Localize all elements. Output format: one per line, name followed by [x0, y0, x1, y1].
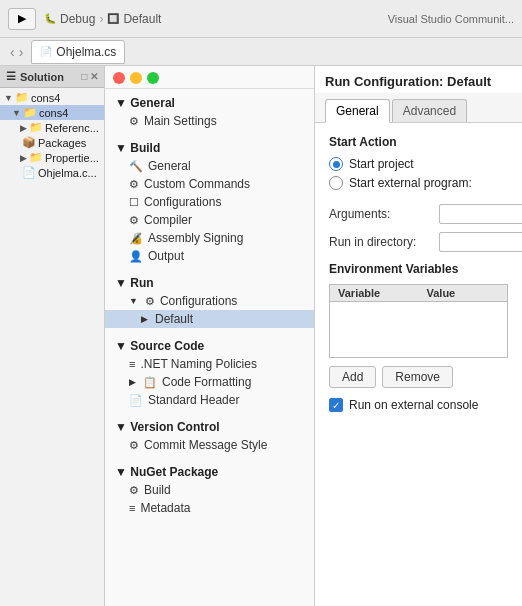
tree-item-packages[interactable]: 📦 Packages	[0, 135, 104, 150]
env-buttons: Add Remove	[329, 366, 508, 388]
field-row-arguments: Arguments:	[329, 204, 508, 224]
settings-item-metadata[interactable]: ≡ Metadata	[105, 499, 314, 517]
play-button[interactable]: ▶	[8, 8, 36, 30]
tab-general[interactable]: General	[325, 99, 390, 123]
gear-icon: ⚙	[145, 295, 155, 308]
solution-icon: ☰	[6, 70, 16, 83]
checkmark-icon: ✓	[332, 400, 340, 411]
section-nuget-header: ▼ NuGet Package	[105, 462, 314, 481]
folder-icon: 📁	[29, 151, 43, 164]
folder-icon: 📁	[29, 121, 43, 134]
remove-button[interactable]: Remove	[382, 366, 453, 388]
settings-item-custom-commands[interactable]: ⚙ Custom Commands	[105, 175, 314, 193]
settings-item-output[interactable]: 👤 Output	[105, 247, 314, 265]
radio-button-start-project[interactable]	[329, 157, 343, 171]
settings-item-compiler[interactable]: ⚙ Compiler	[105, 211, 314, 229]
sign-icon: 🔏	[129, 232, 143, 245]
settings-item-configurations[interactable]: ☐ Configurations	[105, 193, 314, 211]
expand-arrow: ▼	[129, 296, 138, 306]
tree-arrow: ▼	[4, 93, 13, 103]
folder-icon: 📁	[15, 91, 29, 104]
settings-label: Main Settings	[144, 114, 217, 128]
env-variables-section: Environment Variables Variable Value Add…	[329, 262, 508, 388]
config-tab-bar: General Advanced	[315, 93, 522, 123]
back-arrow[interactable]: ‹	[10, 44, 15, 60]
solution-header: ☰ Solution □ ✕	[0, 66, 104, 88]
tree-item-ohjelma[interactable]: 📄 Ohjelma.c...	[0, 165, 104, 180]
play-icon: ▶	[18, 12, 26, 25]
tree-label: Packages	[38, 137, 86, 149]
close-button[interactable]	[113, 72, 125, 84]
settings-panel: ▼ General ⚙ Main Settings ▼ Build 🔨 Gene…	[105, 66, 315, 606]
section-general: ▼ General ⚙ Main Settings	[105, 89, 314, 134]
settings-item-commit-message[interactable]: ⚙ Commit Message Style	[105, 436, 314, 454]
settings-label: Code Formatting	[162, 375, 251, 389]
tree-arrow: ▶	[20, 123, 27, 133]
solution-resize-icon[interactable]: □ ✕	[81, 71, 98, 82]
section-source-code-header: ▼ Source Code	[105, 336, 314, 355]
env-table-header: Variable Value	[330, 285, 507, 302]
vs-label: Visual Studio Communit...	[388, 13, 514, 25]
config-content: Start Action Start project Start externa…	[315, 123, 522, 606]
breadcrumb-arrow: ›	[99, 12, 103, 26]
radio-label-start-external: Start external program:	[349, 176, 472, 190]
arguments-input[interactable]	[439, 204, 522, 224]
debug-icon: 🐛	[44, 13, 56, 24]
start-action-label: Start Action	[329, 135, 508, 149]
arguments-label: Arguments:	[329, 207, 439, 221]
tab-ohjelma-cs[interactable]: 📄 Ohjelma.cs	[31, 40, 125, 64]
add-button[interactable]: Add	[329, 366, 376, 388]
tree-item-cons4[interactable]: ▼ 📁 cons4	[0, 105, 104, 120]
env-col-variable: Variable	[330, 285, 419, 301]
tree-item-references[interactable]: ▶ 📁 Referenc...	[0, 120, 104, 135]
env-variables-label: Environment Variables	[329, 262, 508, 276]
file-icon: 📄	[40, 46, 52, 57]
build-icon: ⚙	[129, 484, 139, 497]
checkbox-row-external-console[interactable]: ✓ Run on external console	[329, 398, 508, 412]
tab-label: Ohjelma.cs	[56, 45, 116, 59]
settings-item-standard-header[interactable]: 📄 Standard Header	[105, 391, 314, 409]
settings-item-assembly-signing[interactable]: 🔏 Assembly Signing	[105, 229, 314, 247]
settings-item-naming-policies[interactable]: ≡ .NET Naming Policies	[105, 355, 314, 373]
settings-label: Build	[144, 483, 171, 497]
tab-advanced[interactable]: Advanced	[392, 99, 467, 122]
output-icon: 👤	[129, 250, 143, 263]
tree-item-properties[interactable]: ▶ 📁 Propertie...	[0, 150, 104, 165]
tree-arrow: ▼	[12, 108, 21, 118]
settings-label: Configurations	[160, 294, 237, 308]
default-icon: 🔲	[107, 13, 119, 24]
minimize-button[interactable]	[130, 72, 142, 84]
hammer-icon: 🔨	[129, 160, 143, 173]
forward-arrow[interactable]: ›	[19, 44, 24, 60]
settings-label: Standard Header	[148, 393, 239, 407]
run-directory-input[interactable]	[439, 232, 522, 252]
settings-item-run-configurations[interactable]: ▼ ⚙ Configurations	[105, 292, 314, 310]
settings-item-default[interactable]: ▶ Default	[105, 310, 314, 328]
settings-item-build-general[interactable]: 🔨 General	[105, 157, 314, 175]
gear-icon: ⚙	[129, 214, 139, 227]
solution-panel: ☰ Solution □ ✕ ▼ 📁 cons4 ▼ 📁 cons4 ▶ 📁 R…	[0, 66, 105, 606]
settings-item-nuget-build[interactable]: ⚙ Build	[105, 481, 314, 499]
radio-start-external[interactable]: Start external program:	[329, 176, 508, 190]
file-icon: 📄	[22, 166, 36, 179]
tree-label: cons4	[39, 107, 68, 119]
maximize-button[interactable]	[147, 72, 159, 84]
gear-icon: ⚙	[129, 115, 139, 128]
tree-item-cons4-root[interactable]: ▼ 📁 cons4	[0, 90, 104, 105]
settings-label: Custom Commands	[144, 177, 250, 191]
run-directory-label: Run in directory:	[329, 235, 439, 249]
radio-start-project[interactable]: Start project	[329, 157, 508, 171]
section-nuget: ▼ NuGet Package ⚙ Build ≡ Metadata	[105, 458, 314, 521]
section-run: ▼ Run ▼ ⚙ Configurations ▶ Default	[105, 269, 314, 332]
debug-label: Debug	[60, 12, 95, 26]
settings-label: Assembly Signing	[148, 231, 243, 245]
default-label: Default	[123, 12, 161, 26]
settings-item-code-formatting[interactable]: ▶ 📋 Code Formatting	[105, 373, 314, 391]
settings-item-main-settings[interactable]: ⚙ Main Settings	[105, 112, 314, 130]
top-tab-bar: ‹ › 📄 Ohjelma.cs	[0, 38, 522, 66]
radio-group-start-action: Start project Start external program:	[329, 157, 508, 190]
breadcrumb: 🐛 Debug › 🔲 Default	[44, 12, 161, 26]
checkbox-external-console[interactable]: ✓	[329, 398, 343, 412]
config-panel: Run Configuration: Default General Advan…	[315, 66, 522, 606]
radio-button-start-external[interactable]	[329, 176, 343, 190]
